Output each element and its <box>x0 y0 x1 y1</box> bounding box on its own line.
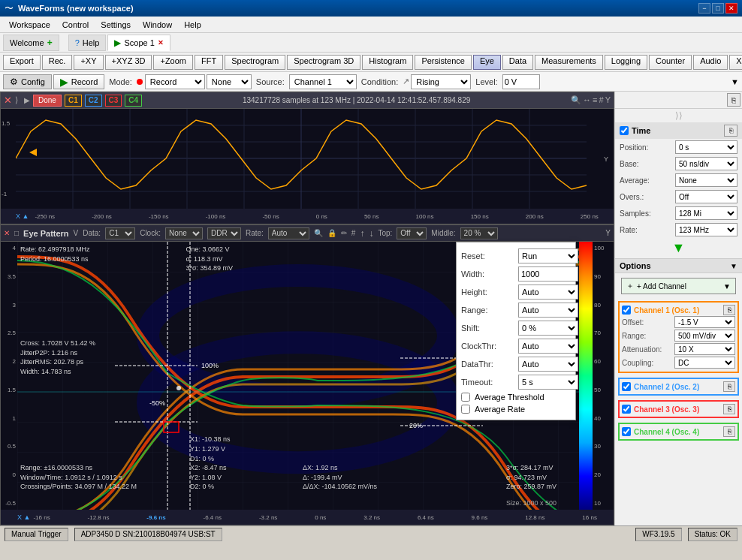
osc-close-icon[interactable]: ✕ <box>4 95 12 106</box>
xcursors-btn[interactable]: X Cursors <box>729 55 742 70</box>
add-channel-button[interactable]: ＋ + Add Channel ▼ <box>621 278 736 294</box>
tab-welcome[interactable]: Welcome + <box>3 35 59 51</box>
close-button[interactable]: ✕ <box>725 3 737 14</box>
menu-workspace[interactable]: Workspace <box>3 19 56 31</box>
eye-rate-select[interactable]: Auto <box>268 227 309 239</box>
popup-timeout-select[interactable]: 5 s <box>518 375 578 390</box>
done-button[interactable]: Done <box>33 95 62 107</box>
xy-btn[interactable]: +XY <box>74 55 103 70</box>
tab-help[interactable]: ? Help <box>68 35 107 51</box>
fft-btn[interactable]: FFT <box>195 55 223 70</box>
ch1-copy-btn[interactable]: ⎘ <box>723 305 735 315</box>
osc-cursor-icon[interactable]: ↔ <box>583 95 591 105</box>
logging-btn[interactable]: Logging <box>605 55 647 70</box>
rec-btn[interactable]: Rec. <box>42 55 73 70</box>
ch4-copy-btn[interactable]: ⎘ <box>723 426 735 437</box>
popup-width-input[interactable] <box>518 266 578 282</box>
eye-top-select[interactable]: Off <box>397 227 427 239</box>
popup-height-select[interactable]: Auto <box>518 285 578 300</box>
tab-scope[interactable]: ▶ Scope 1 ✕ <box>107 35 170 51</box>
time-checkbox[interactable] <box>620 126 629 135</box>
popup-reset-select[interactable]: Run <box>518 248 578 263</box>
average-select[interactable]: None <box>675 173 737 187</box>
osc-y-icon[interactable]: Y <box>605 95 611 105</box>
condition-select[interactable]: Rising <box>411 74 471 89</box>
rate-select[interactable]: 123 MHz <box>675 223 737 236</box>
menu-help[interactable]: Help <box>178 19 207 31</box>
ch2-button[interactable]: C2 <box>85 95 102 107</box>
config-button[interactable]: ⚙ Config <box>3 74 52 89</box>
ch3-checkbox[interactable] <box>622 405 631 414</box>
spectrogram3d-btn[interactable]: Spectrogram 3D <box>287 55 360 70</box>
ch3-button[interactable]: C3 <box>105 95 122 107</box>
menu-window[interactable]: Window <box>137 19 178 31</box>
eye-data-select[interactable]: C1 <box>105 227 135 239</box>
ch2-copy-btn[interactable]: ⎘ <box>723 381 735 392</box>
ch4-checkbox[interactable] <box>622 427 631 436</box>
ch1-coupling-select[interactable]: DC <box>674 357 735 369</box>
osc-expand-icon[interactable]: ⟩ <box>15 95 18 105</box>
osc-c1-arrow[interactable]: ▶ <box>24 96 30 104</box>
avg-rate-checkbox[interactable] <box>461 405 470 414</box>
osc-zoom-icon[interactable]: 🔍 <box>571 95 581 105</box>
eye-pencil-icon[interactable]: ✏ <box>341 229 347 237</box>
eye-btn[interactable]: Eye <box>473 55 501 70</box>
overs-select[interactable]: Off <box>675 190 737 203</box>
time-copy-btn[interactable]: ⎘ <box>724 125 737 137</box>
right-arrow-icon[interactable]: ⟩⟩ <box>675 110 683 121</box>
counter-btn[interactable]: Counter <box>649 55 692 70</box>
record-button[interactable]: ▶ Record <box>53 74 104 89</box>
eye-up-icon[interactable]: ↑ <box>360 228 364 239</box>
menu-settings[interactable]: Settings <box>95 19 137 31</box>
popup-clockthr-select[interactable]: Auto <box>518 339 578 354</box>
popup-shift-select[interactable]: 0 % <box>518 321 578 336</box>
base-select[interactable]: 50 ns/div <box>675 157 737 170</box>
maximize-button[interactable]: □ <box>712 3 724 14</box>
ch1-range-select[interactable]: 500 mV/div <box>674 330 735 342</box>
minimize-button[interactable]: − <box>698 3 710 14</box>
ch1-button[interactable]: C1 <box>65 95 82 107</box>
eye-y-icon[interactable]: Y <box>605 229 611 237</box>
time-section-header[interactable]: Time ⎘ <box>615 122 742 139</box>
export-btn[interactable]: Export <box>3 55 41 70</box>
options-header[interactable]: Options ▼ <box>615 259 742 272</box>
ch4-button[interactable]: C4 <box>125 95 142 107</box>
eye-middle-select[interactable]: 20 % <box>460 227 498 239</box>
tab-welcome-add-icon[interactable]: + <box>47 38 53 48</box>
ch2-checkbox[interactable] <box>622 382 631 391</box>
none-select[interactable]: None <box>207 74 252 89</box>
xyz3d-btn[interactable]: +XYZ 3D <box>105 55 152 70</box>
persistence-btn[interactable]: Persistence <box>415 55 471 70</box>
ch1-offset-select[interactable]: -1.5 V <box>674 316 735 328</box>
eye-down-icon[interactable]: ↓ <box>369 228 373 239</box>
samples-select[interactable]: 128 Mi <box>675 206 737 220</box>
spectrogram-btn[interactable]: Spectrogram <box>225 55 285 70</box>
level-input[interactable] <box>502 74 540 89</box>
position-select[interactable]: 0 s <box>675 140 737 154</box>
histogram-btn[interactable]: Histogram <box>362 55 413 70</box>
avg-threshold-checkbox[interactable] <box>461 393 470 402</box>
ch3-copy-btn[interactable]: ⎘ <box>723 404 735 414</box>
popup-range-select[interactable]: Auto <box>518 303 578 318</box>
data-btn[interactable]: Data <box>502 55 533 70</box>
eye-lock-icon[interactable]: 🔒 <box>327 229 336 237</box>
eye-clock-select[interactable]: None <box>165 227 203 239</box>
osc-measure-icon[interactable]: ≡ <box>593 95 597 105</box>
osc-grid-icon[interactable]: # <box>599 95 604 105</box>
eye-ddr-select[interactable]: DDR <box>207 227 241 239</box>
eye-zoom-icon[interactable]: 🔍 <box>314 229 323 237</box>
eye-expand-icon[interactable]: □ <box>14 229 19 237</box>
popup-datathr-select[interactable]: Auto <box>518 357 578 372</box>
eye-grid-icon[interactable]: # <box>351 229 356 237</box>
source-select[interactable]: Channel 1 <box>289 74 357 89</box>
measurements-btn[interactable]: Measurements <box>535 55 603 70</box>
menu-control[interactable]: Control <box>56 19 95 31</box>
audio-btn[interactable]: Audio <box>693 55 728 70</box>
tab-scope-close-icon[interactable]: ✕ <box>158 39 164 47</box>
ch1-checkbox[interactable] <box>622 306 631 315</box>
options-arrow-icon[interactable]: ▼ <box>730 262 737 270</box>
green-down-arrow-icon[interactable]: ▼ <box>672 240 686 256</box>
mode-select[interactable]: Record <box>145 74 205 89</box>
eye-close-icon[interactable]: ✕ <box>4 229 10 237</box>
right-copy-btn[interactable]: ⎘ <box>727 93 740 107</box>
